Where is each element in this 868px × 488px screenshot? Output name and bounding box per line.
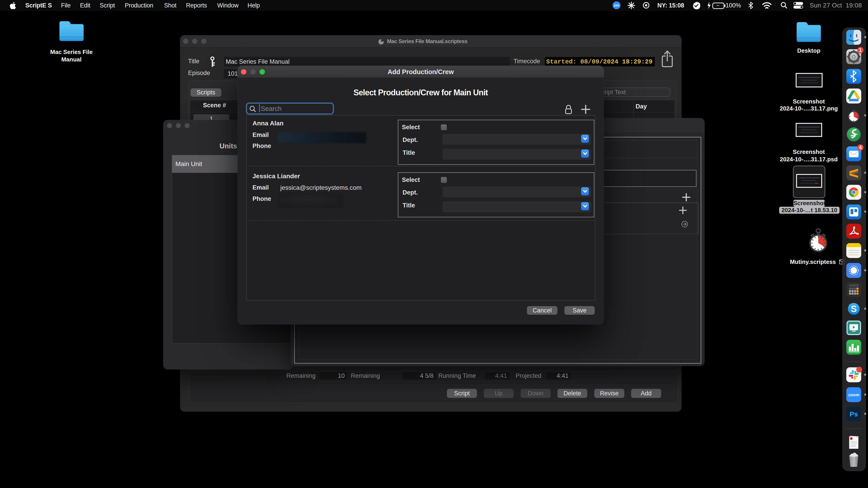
svg-text:zoom: zoom [848,392,860,397]
svg-text:Ps: Ps [850,410,858,418]
svg-text:S: S [851,304,857,314]
svg-text:~: ~ [716,2,719,8]
